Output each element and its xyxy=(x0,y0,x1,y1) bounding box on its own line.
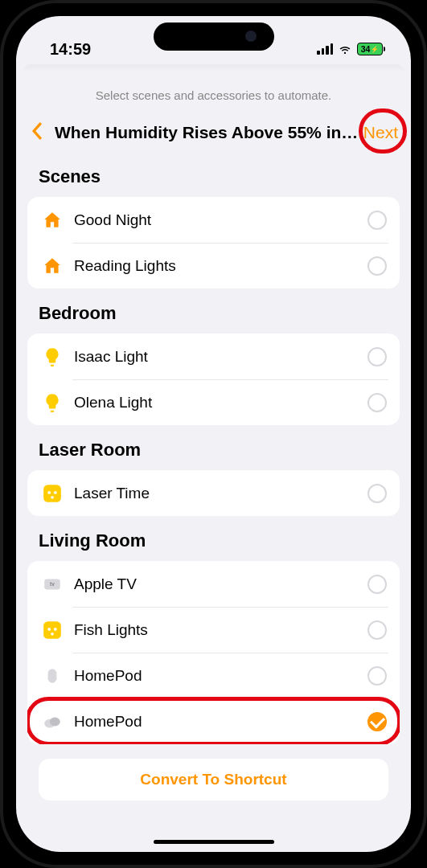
subtitle: Select scenes and accessories to automat… xyxy=(16,72,411,115)
outlet-icon xyxy=(40,481,64,506)
phone-frame: 14:59 34⚡ Select scenes and accessories … xyxy=(0,0,427,868)
convert-to-shortcut-button[interactable]: Convert To Shortcut xyxy=(39,759,388,800)
apple-tv-icon: tv xyxy=(40,572,64,596)
radio-unselected[interactable] xyxy=(367,393,387,412)
outlet-icon xyxy=(40,618,64,642)
bedroom-olena-light[interactable]: Olena Light xyxy=(27,379,400,425)
wifi-icon xyxy=(338,42,352,56)
status-icons: 34⚡ xyxy=(317,42,385,56)
back-button[interactable] xyxy=(24,121,50,144)
convert-wrap: Convert To Shortcut xyxy=(27,744,400,815)
svg-point-8 xyxy=(54,627,57,630)
house-icon xyxy=(40,208,64,232)
scenes-card: Good Night Reading Lights xyxy=(27,197,400,289)
radio-unselected[interactable] xyxy=(367,575,387,594)
radio-unselected[interactable] xyxy=(367,347,387,366)
svg-rect-10 xyxy=(48,669,57,682)
radio-unselected[interactable] xyxy=(367,620,387,640)
svg-point-7 xyxy=(47,627,51,630)
radio-unselected[interactable] xyxy=(367,484,387,503)
radio-selected[interactable] xyxy=(367,712,387,731)
row-label: Good Night xyxy=(74,211,367,229)
svg-text:tv: tv xyxy=(50,581,55,587)
row-label: Fish Lights xyxy=(74,621,367,639)
svg-rect-6 xyxy=(43,621,61,639)
laser-time[interactable]: Laser Time xyxy=(27,470,400,516)
section-title-bedroom: Bedroom xyxy=(27,289,400,334)
cellular-icon xyxy=(317,43,333,55)
radio-unselected[interactable] xyxy=(367,666,387,686)
living-card: tv Apple TV Fish Lights HomePod xyxy=(27,561,400,744)
row-label: Apple TV xyxy=(74,575,367,593)
home-indicator xyxy=(154,840,274,844)
content: Scenes Good Night Reading Lights xyxy=(16,152,411,815)
next-button[interactable]: Next xyxy=(363,123,401,142)
living-homepod-1[interactable]: HomePod xyxy=(27,653,400,698)
row-label: HomePod xyxy=(74,667,367,685)
bulb-icon xyxy=(40,345,64,369)
row-label: Reading Lights xyxy=(74,257,367,275)
svg-point-1 xyxy=(47,490,51,493)
row-label: HomePod xyxy=(74,713,367,731)
scene-reading-lights[interactable]: Reading Lights xyxy=(27,243,400,289)
living-fish-lights[interactable]: Fish Lights xyxy=(27,607,400,653)
svg-rect-3 xyxy=(51,496,53,498)
homepod-icon xyxy=(40,664,64,688)
radio-unselected[interactable] xyxy=(367,211,387,230)
battery-icon: 34⚡ xyxy=(357,43,385,55)
svg-point-2 xyxy=(54,490,57,493)
scene-good-night[interactable]: Good Night xyxy=(27,197,400,243)
row-label: Laser Time xyxy=(74,485,367,502)
svg-rect-0 xyxy=(43,485,61,502)
section-title-scenes: Scenes xyxy=(27,152,400,197)
living-apple-tv[interactable]: tv Apple TV xyxy=(27,561,400,607)
sheet-grab xyxy=(23,64,404,72)
bulb-icon xyxy=(40,391,64,415)
bedroom-card: Isaac Light Olena Light xyxy=(27,334,400,425)
svg-point-12 xyxy=(50,717,60,726)
nav-title: When Humidity Rises Above 55% in Li.. xyxy=(50,123,363,142)
nav-bar: When Humidity Rises Above 55% in Li.. Ne… xyxy=(16,115,411,152)
row-label: Olena Light xyxy=(74,394,367,411)
homepod-mini-icon xyxy=(40,710,64,734)
row-label: Isaac Light xyxy=(74,348,367,366)
radio-unselected[interactable] xyxy=(367,256,387,276)
bedroom-isaac-light[interactable]: Isaac Light xyxy=(27,334,400,379)
house-icon xyxy=(40,254,64,278)
laser-card: Laser Time xyxy=(27,470,400,516)
section-title-living: Living Room xyxy=(27,516,400,561)
screen: 14:59 34⚡ Select scenes and accessories … xyxy=(16,16,411,852)
living-homepod-2[interactable]: HomePod xyxy=(27,698,400,744)
notch xyxy=(154,23,274,51)
status-time: 14:59 xyxy=(50,40,91,59)
section-title-laser: Laser Room xyxy=(27,425,400,470)
svg-rect-9 xyxy=(51,633,53,635)
chevron-left-icon xyxy=(31,121,43,141)
